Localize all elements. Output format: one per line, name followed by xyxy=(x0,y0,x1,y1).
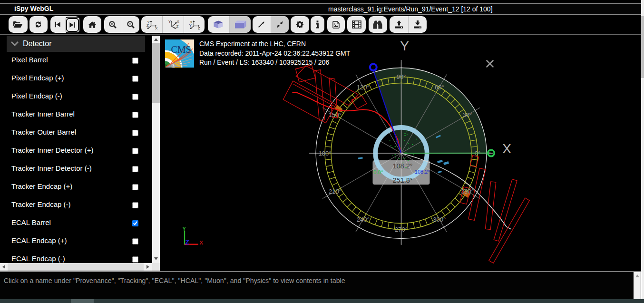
svg-text:X: X xyxy=(502,141,511,156)
svg-text:X: X xyxy=(155,26,158,29)
svg-text:Y: Y xyxy=(189,23,192,28)
svg-text:Z: Z xyxy=(176,24,178,29)
svg-text:251.8°: 251.8° xyxy=(392,176,412,184)
svg-text:180°: 180° xyxy=(319,150,332,157)
svg-text:Y: Y xyxy=(183,226,186,232)
svg-text:X: X xyxy=(200,240,204,245)
svg-text:108.2°: 108.2° xyxy=(392,162,412,170)
svg-text:X: X xyxy=(176,20,179,24)
svg-text:CMS: CMS xyxy=(171,44,191,55)
svg-text:90°: 90° xyxy=(397,73,406,80)
svg-text:240°: 240° xyxy=(357,216,370,223)
svg-text:Z: Z xyxy=(146,23,149,28)
svg-text:120°: 120° xyxy=(357,84,370,91)
svg-text:210°: 210° xyxy=(329,188,342,195)
svg-text:Y: Y xyxy=(168,20,171,24)
svg-text:Z: Z xyxy=(185,238,190,246)
svg-text:108.2°: 108.2° xyxy=(415,169,430,175)
svg-text:Y: Y xyxy=(400,39,409,53)
svg-text:Z: Z xyxy=(198,26,200,29)
svg-text:60°: 60° xyxy=(435,84,444,91)
svg-text:30°: 30° xyxy=(463,111,472,118)
svg-text:270°: 270° xyxy=(395,226,408,233)
svg-text:0.0°: 0.0° xyxy=(373,169,383,175)
svg-text:300°: 300° xyxy=(433,216,446,223)
